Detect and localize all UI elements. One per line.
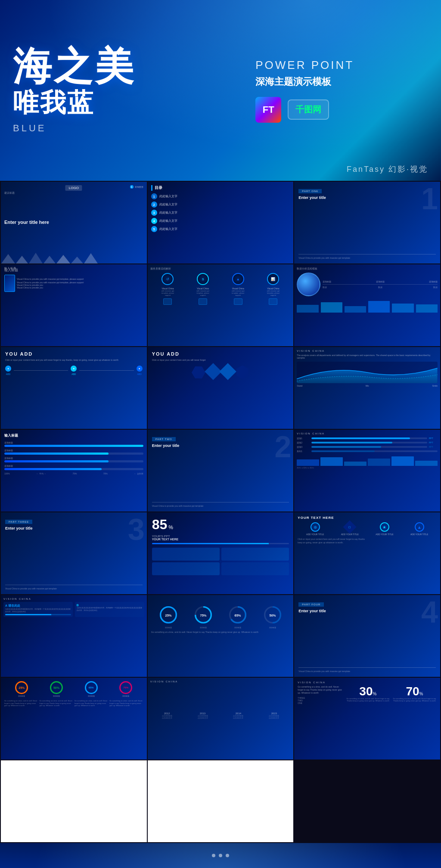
slide2-item3: 此处输入文字 — [159, 211, 177, 215]
slide18-title: Enter your title — [298, 609, 436, 613]
slide8-subtitle: Click or input your content here and you… — [152, 359, 289, 362]
slides-grid: LOGO 建议标题 Enter your title here 1 装饰图形 目… — [0, 181, 441, 843]
slide7-title: YOU ADD — [5, 351, 143, 356]
slide-5[interactable]: 服务质量流程解析 ↺ $ ▲ 📊 Visual Chinawith massiv… — [148, 264, 294, 346]
slide4-heading: 输入标题 — [4, 268, 143, 273]
hero-blue-word: BLUE — [13, 123, 230, 134]
slide-1[interactable]: LOGO 建议标题 Enter your title here 1 装饰图形 — [1, 182, 147, 264]
slide15-label: YOUR TEXT HERE — [298, 516, 437, 520]
slide2-item1: 此处输入文字 — [159, 194, 177, 198]
svg-text:65%: 65% — [235, 614, 241, 617]
slide3-part: PART ONE — [298, 189, 322, 193]
slide-23 — [148, 760, 294, 842]
slide13-part: PART THREE — [5, 520, 32, 524]
logo-qian: 千图网 — [288, 99, 329, 120]
slide11-number: 2 — [274, 432, 291, 462]
hero-right: POWER POINT 深海主题演示模板 FT 千图网 — [242, 46, 441, 136]
slide1-logo: LOGO — [65, 185, 82, 191]
slide-10[interactable]: 输入标题 选项标题 选项标题 选项标题 — [1, 430, 147, 512]
slide4-vision-label: 输入标题 — [4, 267, 16, 270]
fantasy-label: FanTasy 幻影·视觉 — [347, 164, 428, 174]
logo-ft: FT — [255, 97, 281, 123]
slide3-title: Enter your title — [298, 195, 436, 200]
slide-22 — [1, 760, 147, 842]
slide2-title: 目录 — [151, 185, 290, 191]
svg-text:75%: 75% — [200, 614, 206, 617]
thank-dots-top — [212, 854, 229, 857]
slide-19[interactable]: 25% 添加标题 50% 添加标题 65% 添加标题 75% 添加标题 Go s… — [1, 678, 147, 760]
hero-logos: FT 千图网 — [255, 97, 428, 123]
thank-dot-3 — [226, 854, 229, 857]
slide-21[interactable]: VISION CHINA Go something at a time, and… — [294, 678, 440, 760]
slide16-vision: VISION CHINA — [3, 598, 144, 600]
slide1-label: 建议标题 — [4, 191, 15, 195]
slide21-vision: VISION CHINA — [298, 681, 437, 684]
hero-powerpoint-label: POWER POINT — [255, 59, 428, 72]
slide5-desc: 服务质量流程解析 — [150, 267, 291, 271]
slide7-subtitle: Click or input your content here and you… — [5, 359, 143, 362]
slide9-vision: VISION CHINA — [297, 350, 438, 352]
slide-9[interactable]: VISION CHINA The analysis covers all dep… — [294, 347, 440, 429]
slide6-label: 数据分析流程模板 — [297, 267, 438, 271]
slide10-heading: 输入标题 — [4, 433, 143, 438]
hero-title-2: 唯我蓝 — [13, 86, 230, 121]
slide-20[interactable]: VISION CHINA 2012 点击添加标题 — [148, 678, 294, 760]
slide-7[interactable]: YOU ADD Click or input your content here… — [1, 347, 147, 429]
slide20-vision: VISION CHINA — [150, 680, 291, 683]
slide-13[interactable]: PART THREE Enter your title 3 Visual Chi… — [1, 512, 147, 594]
slide16-label-a: A 请在此处 — [5, 604, 71, 608]
slide-16[interactable]: VISION CHINA A 请在此处 当前在某某某某某发挥着重要的作用，简单解… — [1, 595, 147, 677]
slide18-number: 4 — [421, 597, 438, 627]
hero-title-1: 海之美 — [13, 47, 230, 86]
slide2-item2: 此处输入文字 — [159, 202, 177, 207]
slide-6[interactable]: 数据分析流程模板 选项标题选项标题选项标题 数据数据数据 — [294, 264, 440, 346]
slide-3[interactable]: PART ONE Enter your title 1 Visual China… — [294, 182, 440, 264]
slide18-part: PART FOUR — [298, 602, 324, 607]
slide21-num2: 70% — [392, 685, 437, 698]
slide21-num1: 30% — [346, 685, 390, 698]
slide-2[interactable]: 目录 1 此处输入文字 2 此处输入文字 3 此处输入文字 4 此处输入文字 — [148, 182, 294, 264]
svg-text:50%: 50% — [269, 614, 276, 617]
slide-15[interactable]: YOUR TEXT HERE ⊕ ADD YOUR TITLE ◇ ADD YO… — [294, 512, 440, 594]
slide14-pct: 85 — [152, 517, 168, 533]
slide13-title: Enter your title — [5, 526, 143, 530]
slide2-item4: 此处输入文字 — [159, 219, 177, 223]
slide-17[interactable]: 25% 添加标题 75% 添加标题 65% — [148, 595, 294, 677]
slide3-number: 1 — [421, 184, 438, 214]
slide21-desc-left: Go something at a time, and do well. Nev… — [298, 685, 343, 694]
slide11-part: PART TWO — [152, 437, 176, 441]
thank-section: THANK — [0, 843, 441, 868]
slide2-item5: 此处输入文字 — [159, 227, 177, 231]
slide-12[interactable]: VISION CHINA 选项1 PPT 选项2 PPT — [294, 430, 440, 512]
slide11-title: Enter your title — [152, 443, 289, 448]
thank-dot-1 — [212, 854, 215, 857]
slide-4[interactable]: 输入标题 Visual China to provide you with ma… — [1, 264, 147, 346]
slide13-number: 3 — [128, 515, 145, 545]
slide16-label-b: B — [77, 604, 143, 607]
thank-dot-2 — [219, 854, 222, 857]
slide14-label: YOUR'S PPT — [152, 535, 289, 538]
slide-18[interactable]: PART FOUR Enter your title 4 Visual Chin… — [294, 595, 440, 677]
slide12-vision: VISION CHINA — [297, 432, 438, 435]
slide-11[interactable]: PART TWO Enter your title 2 Visual China… — [148, 430, 294, 512]
hero-subtitle-cn: 深海主题演示模板 — [255, 75, 428, 88]
svg-text:25%: 25% — [165, 614, 171, 617]
slide14-sublabel: YOUR TEXT HERE — [152, 538, 289, 541]
slide-14[interactable]: 85 % YOUR'S PPT YOUR TEXT HERE — [148, 512, 294, 594]
hero-section: 海之美 唯我蓝 BLUE POWER POINT 深海主题演示模板 FT 千图网… — [0, 0, 441, 181]
hero-left: 海之美 唯我蓝 BLUE — [0, 30, 242, 151]
slide8-title: YOU ADD — [152, 351, 289, 356]
slide-8[interactable]: YOU ADD Click or input your content here… — [148, 347, 294, 429]
slide1-title: Enter your title here — [4, 219, 49, 226]
